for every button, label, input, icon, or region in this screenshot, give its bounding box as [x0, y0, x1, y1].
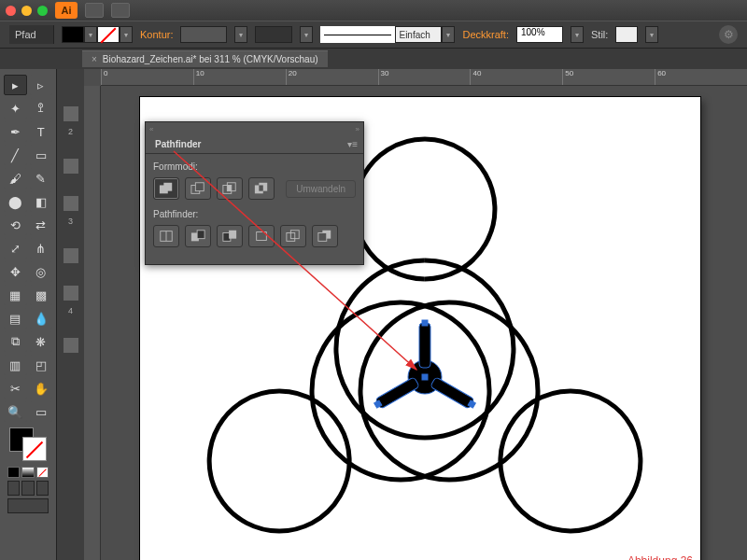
- draw-behind[interactable]: [21, 481, 34, 496]
- stroke-weight-input[interactable]: [255, 26, 292, 43]
- gradient-tool[interactable]: ▤: [4, 308, 27, 329]
- minus-front-button[interactable]: [185, 177, 211, 200]
- panel-icon[interactable]: [63, 106, 78, 121]
- svg-rect-17: [259, 185, 262, 190]
- lasso-tool[interactable]: ꖶ: [30, 98, 53, 119]
- reflect-tool[interactable]: ⇄: [30, 215, 53, 235]
- column-graph-tool[interactable]: ▥: [4, 355, 27, 375]
- symbol-sprayer-tool[interactable]: ❋: [30, 331, 53, 352]
- fill-stroke-swatches: ▾ ▾: [62, 26, 133, 43]
- stroke-color-picker[interactable]: [180, 26, 227, 43]
- stroke-swatch[interactable]: [97, 26, 120, 43]
- pathfinder-panel[interactable]: «» Pathfinder ▾≡ Formmodi: Umwandeln Pat…: [145, 121, 364, 265]
- panel-icon[interactable]: [63, 159, 78, 174]
- artboard-tool[interactable]: ◰: [30, 355, 53, 375]
- draw-normal[interactable]: [7, 481, 20, 496]
- width-tool[interactable]: ⋔: [30, 238, 53, 259]
- color-mode-none[interactable]: [36, 467, 49, 478]
- free-transform-tool[interactable]: ✥: [4, 261, 27, 282]
- pen-tool[interactable]: ✒: [4, 121, 27, 142]
- stroke-style-dropdown[interactable]: ▾: [442, 26, 455, 43]
- stroke-style-preview[interactable]: [320, 26, 395, 43]
- crop-button[interactable]: [248, 225, 275, 247]
- fill-stroke-indicator[interactable]: [4, 427, 52, 463]
- svg-rect-21: [197, 231, 204, 239]
- stroke-color-dropdown[interactable]: ▾: [234, 26, 247, 43]
- stroke-dropdown[interactable]: ▾: [120, 26, 133, 43]
- line-tool[interactable]: ╱: [4, 145, 27, 165]
- ruler-horizontal: 01020 30405060: [101, 69, 747, 86]
- svg-rect-7: [422, 374, 428, 380]
- stroke-style-label[interactable]: Einfach: [395, 26, 442, 43]
- zoom-window-button[interactable]: [37, 6, 48, 16]
- blob-brush-tool[interactable]: ⬤: [4, 191, 27, 212]
- opacity-dropdown[interactable]: ▾: [571, 26, 584, 43]
- panel-options-icon[interactable]: ⚙: [719, 25, 738, 44]
- pathfinder-tab[interactable]: Pathfinder: [146, 135, 210, 153]
- blend-tool[interactable]: ⧉: [4, 331, 27, 352]
- print-tiling-tool[interactable]: ▭: [30, 401, 53, 422]
- rotate-tool[interactable]: ⟲: [4, 215, 27, 235]
- direct-selection-tool[interactable]: ▹: [30, 75, 53, 95]
- exclude-button[interactable]: [248, 177, 275, 200]
- color-mode-gradient[interactable]: [21, 467, 34, 478]
- document-tab-title: Biohazard_Zeichen.ai* bei 311 % (CMYK/Vo…: [103, 54, 318, 64]
- rectangle-tool[interactable]: ▭: [30, 145, 53, 165]
- svg-rect-14: [227, 185, 231, 190]
- merge-button[interactable]: [217, 225, 243, 247]
- scale-tool[interactable]: ⤢: [4, 238, 27, 259]
- type-tool[interactable]: T: [30, 121, 53, 142]
- bridge-icon[interactable]: [85, 3, 104, 18]
- perspective-tool[interactable]: ▦: [4, 285, 27, 305]
- panel-num: 4: [68, 306, 73, 315]
- draw-inside[interactable]: [36, 481, 49, 496]
- document-tab[interactable]: × Biohazard_Zeichen.ai* bei 311 % (CMYK/…: [82, 50, 328, 67]
- mesh-tool[interactable]: ▩: [30, 285, 53, 305]
- panel-menu-icon[interactable]: ▾≡: [342, 135, 363, 153]
- arrange-icon[interactable]: [111, 3, 130, 18]
- window-titlebar: Ai: [0, 0, 747, 21]
- svg-rect-4: [422, 320, 428, 326]
- shapemodes-label: Formmodi:: [153, 161, 356, 172]
- divide-button[interactable]: [153, 225, 179, 247]
- stroke-indicator[interactable]: [22, 437, 47, 461]
- expand-button[interactable]: Umwandeln: [286, 180, 356, 198]
- paintbrush-tool[interactable]: 🖌: [4, 168, 27, 189]
- artboard[interactable]: «» Pathfinder ▾≡ Formmodi: Umwandeln Pat…: [140, 97, 700, 560]
- shape-builder-tool[interactable]: ◎: [30, 261, 53, 282]
- pencil-tool[interactable]: ✎: [30, 168, 53, 189]
- opacity-input[interactable]: 100%: [516, 26, 563, 43]
- hand-tool[interactable]: ✋: [30, 378, 53, 399]
- expand-icon[interactable]: »: [356, 125, 359, 133]
- tools-panel: ▸ ▹ ✦ ꖶ ✒ T ╱ ▭ 🖌 ✎ ⬤ ◧ ⟲ ⇄ ⤢ ⋔ ✥ ◎ ▦ ▩ …: [0, 69, 56, 560]
- canvas-area[interactable]: 01020 30405060: [84, 69, 747, 560]
- intersect-button[interactable]: [217, 177, 243, 200]
- magic-wand-tool[interactable]: ✦: [4, 98, 27, 119]
- svg-rect-1: [419, 323, 430, 368]
- color-mode-solid[interactable]: [7, 467, 20, 478]
- minus-back-button[interactable]: [312, 225, 338, 247]
- pathfinder-label: Pathfinder:: [153, 209, 356, 219]
- outline-button[interactable]: [280, 225, 306, 247]
- graphic-style-dropdown[interactable]: ▾: [645, 26, 658, 43]
- collapse-icon[interactable]: «: [149, 125, 153, 133]
- fill-dropdown[interactable]: ▾: [84, 26, 97, 43]
- close-tab-icon[interactable]: ×: [92, 54, 97, 64]
- panel-icon[interactable]: [63, 248, 78, 263]
- eraser-tool[interactable]: ◧: [30, 191, 53, 212]
- zoom-tool[interactable]: 🔍: [4, 401, 27, 422]
- close-window-button[interactable]: [6, 6, 16, 16]
- screen-mode-button[interactable]: [7, 498, 49, 513]
- selection-tool[interactable]: ▸: [4, 75, 27, 95]
- panel-icon[interactable]: [63, 286, 78, 301]
- slice-tool[interactable]: ✂: [4, 378, 27, 399]
- fill-swatch[interactable]: [62, 26, 84, 43]
- trim-button[interactable]: [185, 225, 211, 247]
- graphic-style-swatch[interactable]: [615, 26, 638, 43]
- panel-icon[interactable]: [63, 338, 78, 353]
- unite-button[interactable]: [153, 177, 179, 200]
- stroke-weight-dropdown[interactable]: ▾: [300, 26, 313, 43]
- eyedropper-tool[interactable]: 💧: [30, 308, 53, 329]
- panel-icon[interactable]: [63, 196, 78, 211]
- minimize-window-button[interactable]: [21, 6, 32, 16]
